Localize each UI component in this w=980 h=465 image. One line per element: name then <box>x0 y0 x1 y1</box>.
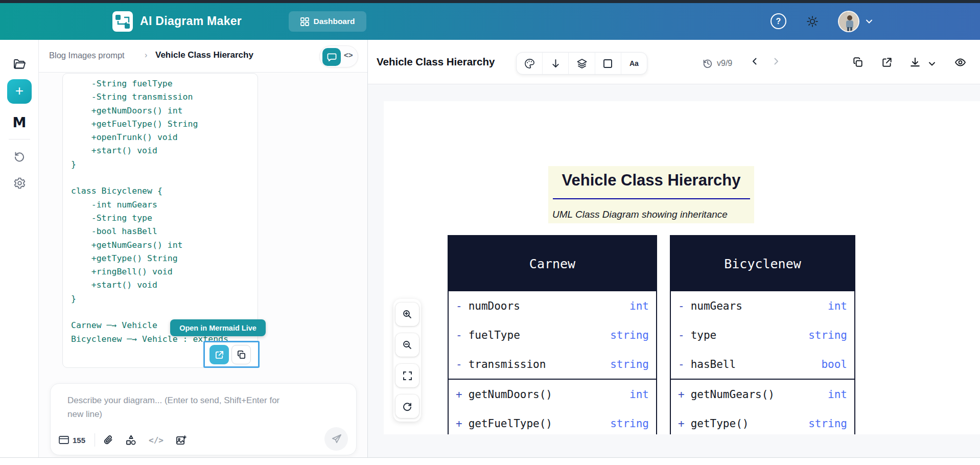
theme-palette-button[interactable] <box>517 53 543 74</box>
diagram-title-block: Vehicle Class Hierarchy UML Class Diagra… <box>548 166 754 223</box>
diagram-panel: Vehicle Class Hierarchy <box>368 40 980 457</box>
new-diagram-button[interactable]: + <box>7 79 32 104</box>
breadcrumb-separator: › <box>145 51 147 60</box>
send-button[interactable] <box>324 427 348 451</box>
user-avatar[interactable] <box>838 11 859 32</box>
class-member-row: +getNumDoors()int <box>449 380 656 409</box>
app-title: AI Diagram Maker <box>140 14 242 28</box>
class-member-row: -typestring <box>671 320 854 350</box>
code-insert-icon[interactable]: </> <box>149 435 164 445</box>
uml-class-box: Bicyclenew-numGearsint-typestring-hasBel… <box>670 235 855 434</box>
sidebar-divider <box>9 139 30 140</box>
history-clock-icon[interactable] <box>703 58 713 68</box>
uml-class-name: Bicyclenew <box>671 236 854 291</box>
zoom-controls <box>393 299 421 422</box>
view-toggle-group: <> <box>319 45 358 67</box>
version-next-button[interactable] <box>772 57 781 66</box>
chat-input-card: Describe your diagram... (Enter to send,… <box>50 383 357 455</box>
history-undo-icon[interactable] <box>0 150 39 162</box>
diagram-title-underline <box>553 198 750 199</box>
left-icon-sidebar: + M <box>0 40 39 457</box>
class-member-row: -transmissionstring <box>449 350 656 379</box>
diagram-toolbar: Vehicle Class Hierarchy <box>368 40 980 84</box>
dashboard-button[interactable]: Dashboard <box>289 11 366 32</box>
chat-view-button[interactable] <box>322 48 341 66</box>
diagram-title: Vehicle Class Hierarchy <box>548 166 754 190</box>
layers-button[interactable] <box>569 53 595 74</box>
credits-count: 155 <box>73 436 85 445</box>
class-member-row: -fuelTypestring <box>449 320 656 350</box>
reset-refresh-button[interactable] <box>395 394 419 418</box>
copy-code-button[interactable] <box>231 345 251 364</box>
diagram-sheet: Vehicle Class Hierarchy UML Class Diagra… <box>384 101 980 434</box>
help-button[interactable]: ? <box>771 13 786 29</box>
breadcrumb-row: Blog Images prompt › Vehicle Class Hiera… <box>39 40 367 73</box>
image-add-icon[interactable] <box>176 435 186 446</box>
open-external-button[interactable] <box>209 345 229 364</box>
diagram-subtitle: UML Class Diagram showing inheritance <box>552 209 754 220</box>
mermaid-live-tooltip: Open in Mermaid Live <box>170 319 266 336</box>
mermaid-logo-icon[interactable]: M <box>0 115 39 129</box>
avatar-chevron-down-icon[interactable] <box>865 17 873 26</box>
version-prev-button[interactable] <box>750 57 759 66</box>
version-control: v9/9 <box>703 52 732 75</box>
dashboard-label: Dashboard <box>314 17 355 26</box>
dashboard-grid-icon <box>300 17 309 26</box>
chat-input[interactable]: Describe your diagram... (Enter to send,… <box>67 393 296 421</box>
style-tool-group: Aa <box>516 52 647 75</box>
uml-class-box: Carnew-numDoorsint-fuelTypestring-transm… <box>448 235 657 434</box>
class-member-row: +getFuelType()string <box>449 409 656 434</box>
uml-class-name: Carnew <box>449 236 656 291</box>
settings-gear-icon[interactable] <box>0 177 39 190</box>
breadcrumb-parent[interactable]: Blog Images prompt <box>49 51 125 60</box>
class-member-row: -numGearsint <box>671 291 854 320</box>
folder-open-icon[interactable] <box>0 58 39 69</box>
shape-frame-button[interactable] <box>595 53 621 74</box>
code-view-button[interactable]: <> <box>344 51 353 59</box>
class-member-row: -hasBellbool <box>671 350 854 379</box>
fit-view-button[interactable] <box>395 364 419 387</box>
code-block[interactable]: -String fuelType -String transmission +g… <box>63 74 258 346</box>
shapes-icon[interactable] <box>126 435 136 446</box>
app-window: AI Diagram Maker Dashboard ? <box>0 0 980 465</box>
diagram-title-heading: Vehicle Class Hierarchy <box>377 56 495 68</box>
class-member-row: +getNumGears()int <box>671 380 854 409</box>
breadcrumb-current: Vehicle Class Hierarchy <box>155 50 253 60</box>
toolbar-divider <box>95 433 95 447</box>
attachment-icon[interactable] <box>103 435 113 446</box>
app-header: AI Diagram Maker Dashboard ? <box>0 3 980 40</box>
zoom-in-button[interactable] <box>395 303 419 326</box>
diagram-canvas[interactable]: Vehicle Class Hierarchy UML Class Diagra… <box>368 84 980 457</box>
bottom-edge <box>0 457 980 465</box>
credits-icon <box>59 436 69 444</box>
version-label: v9/9 <box>717 59 732 68</box>
zoom-out-button[interactable] <box>395 333 419 357</box>
font-button[interactable]: Aa <box>621 53 647 74</box>
chat-toolbar: 155 </> <box>59 433 199 447</box>
app-logo-icon <box>111 10 134 33</box>
chat-panel: Blog Images prompt › Vehicle Class Hiera… <box>39 40 367 457</box>
class-member-row: -numDoorsint <box>449 291 656 320</box>
class-member-row: +getType()string <box>671 409 854 434</box>
theme-toggle-icon[interactable] <box>806 15 819 28</box>
direction-arrow-button[interactable] <box>543 53 569 74</box>
